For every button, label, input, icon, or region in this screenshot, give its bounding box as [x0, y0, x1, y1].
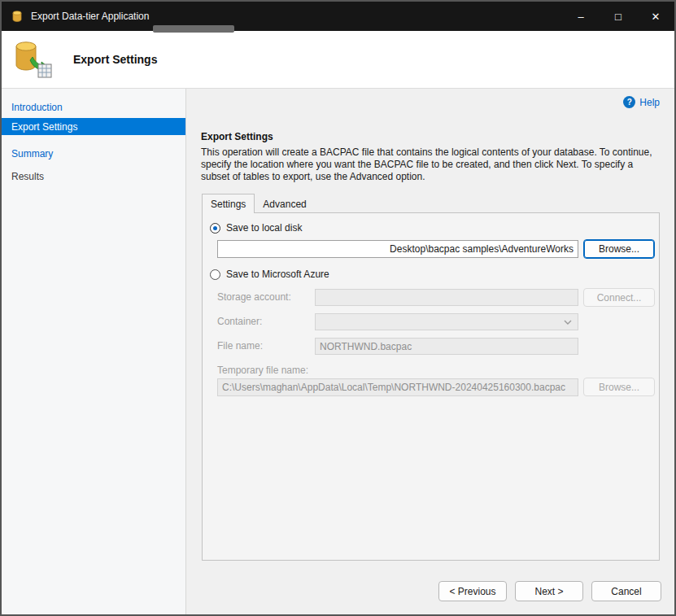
export-wizard-window: Export Data-tier Application – □ ✕ Expor… — [0, 0, 676, 616]
browse-local-button[interactable]: Browse... — [583, 239, 655, 259]
help-link[interactable]: ? Help — [623, 96, 660, 108]
connect-button: Connect... — [583, 288, 655, 307]
local-path-input[interactable] — [217, 240, 578, 258]
titlebar: Export Data-tier Application – □ ✕ — [2, 2, 674, 31]
file-name-label: File name: — [217, 340, 263, 352]
previous-button[interactable]: < Previous — [438, 581, 507, 601]
window-controls: – □ ✕ — [562, 2, 674, 31]
chevron-down-icon — [564, 320, 572, 325]
radio-unchecked-icon — [210, 269, 220, 280]
titlebar-artifact — [153, 25, 234, 33]
sidebar-item-summary[interactable]: Summary — [2, 145, 185, 162]
settings-tabstrip: Settings Advanced — [202, 194, 315, 213]
app-icon — [11, 10, 24, 23]
sidebar-item-results: Results — [2, 168, 185, 185]
section-description: This operation will create a BACPAC file… — [201, 146, 661, 183]
save-local-label: Save to local disk — [226, 222, 302, 234]
section-heading: Export Settings — [201, 131, 273, 142]
help-icon: ? — [623, 96, 635, 108]
tab-settings[interactable]: Settings — [202, 194, 255, 213]
sidebar-item-label: Introduction — [11, 102, 63, 113]
temp-file-input — [217, 378, 578, 396]
export-database-icon — [13, 39, 54, 80]
storage-account-label: Storage account: — [217, 291, 291, 303]
storage-account-input — [315, 289, 578, 306]
window-title: Export Data-tier Application — [31, 11, 149, 22]
sidebar-item-label: Results — [11, 171, 44, 182]
file-name-input — [315, 338, 578, 355]
tab-advanced[interactable]: Advanced — [255, 196, 314, 212]
settings-tab-panel: Save to local disk Browse... Save to Mic… — [202, 212, 660, 561]
sidebar-item-label: Summary — [11, 148, 53, 159]
save-azure-label: Save to Microsoft Azure — [226, 269, 329, 280]
save-local-radio[interactable]: Save to local disk — [210, 222, 302, 234]
minimize-button[interactable]: – — [562, 2, 600, 31]
sidebar-item-label: Export Settings — [11, 121, 77, 133]
sidebar-item-introduction[interactable]: Introduction — [2, 98, 185, 116]
wizard-header: Export Settings — [2, 31, 674, 89]
radio-checked-icon — [210, 223, 220, 234]
help-label: Help — [639, 97, 660, 108]
page-title: Export Settings — [73, 53, 157, 66]
wizard-footer: < Previous Next > Cancel — [438, 581, 661, 601]
container-select — [315, 313, 578, 330]
browse-temp-button: Browse... — [583, 378, 655, 396]
container-label: Container: — [217, 316, 262, 327]
temp-file-label: Temporary file name: — [217, 365, 308, 376]
wizard-steps-sidebar: Introduction Export Settings Summary Res… — [2, 89, 186, 614]
main-content: ? Help Export Settings This operation wi… — [186, 89, 674, 614]
sidebar-item-export-settings[interactable]: Export Settings — [2, 118, 185, 135]
save-azure-radio[interactable]: Save to Microsoft Azure — [210, 269, 329, 280]
cancel-button[interactable]: Cancel — [591, 581, 661, 601]
maximize-button[interactable]: □ — [600, 2, 637, 31]
close-button[interactable]: ✕ — [637, 2, 674, 31]
next-button[interactable]: Next > — [515, 581, 583, 601]
